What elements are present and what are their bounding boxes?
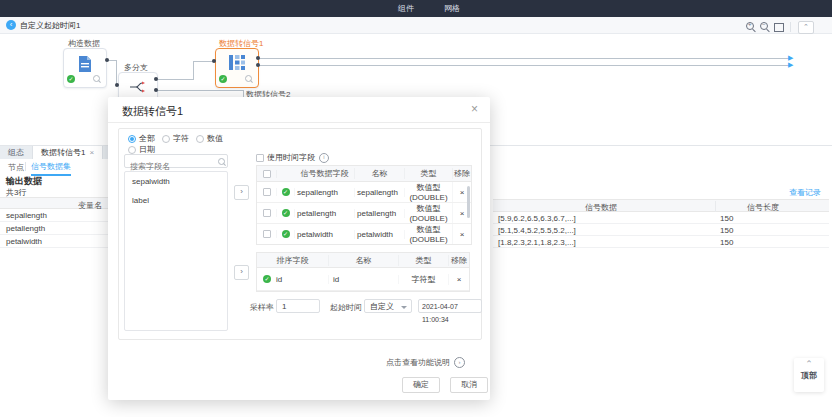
top-menu-item-1[interactable]: 组件 <box>398 3 414 14</box>
ok-button[interactable]: 确定 <box>402 377 440 393</box>
tab-data-to-signal-1[interactable]: 数据转信号1× <box>33 146 103 159</box>
node-input-port[interactable] <box>115 83 119 87</box>
node-data-to-signal[interactable]: ✓ <box>215 48 259 88</box>
radio-all[interactable]: 全部 <box>128 133 155 144</box>
start-time-mode-select[interactable]: 自定义 <box>364 299 412 313</box>
collapse-canvas-button[interactable]: ⌃ <box>798 21 814 34</box>
edge-arrow-icon: ▶ <box>788 61 793 68</box>
table-row[interactable]: ✓ petallength petallength 数值型(DOUBLE) × <box>257 203 471 224</box>
subtab-node[interactable]: 节点 <box>8 162 24 173</box>
column-header: 类型 <box>405 168 453 179</box>
radio-numeric[interactable]: 数值 <box>196 133 223 144</box>
valid-icon: ✓ <box>282 209 290 217</box>
remove-icon[interactable]: × <box>453 230 471 239</box>
row-checkbox[interactable] <box>263 188 271 196</box>
cell-value: id <box>329 275 399 284</box>
transfer-right-button[interactable]: › <box>234 185 249 200</box>
column-header: 信号数据字段 <box>295 168 355 179</box>
cell-value: 字符型 <box>399 274 449 285</box>
valid-icon: ✓ <box>263 275 271 283</box>
view-records-link[interactable]: 查看记录 <box>789 187 821 198</box>
table-row[interactable]: [5.9,6.2,6.5,6.3,6.7,...] 150 <box>493 212 829 224</box>
cell-value: [5.1,5.4,5.2,5.5,5.2,...] <box>498 226 576 235</box>
node-output-port[interactable] <box>154 77 158 81</box>
signal-field-table: 信号数据字段 名称 类型 移除 ✓ sepallength sepallengt… <box>256 165 472 245</box>
edge-arrow-icon: ▶ <box>788 54 793 61</box>
remove-icon[interactable]: × <box>449 275 469 284</box>
cell-value: 数值型(DOUBLE) <box>405 203 453 223</box>
radio-string[interactable]: 字符 <box>162 133 189 144</box>
zoom-in-icon[interactable]: + <box>746 22 756 32</box>
radio-label: 数值 <box>207 133 223 144</box>
node-output-port[interactable] <box>154 88 158 92</box>
top-menu: 组件 网格 <box>398 0 460 17</box>
field-list: sepalwidth label <box>124 171 228 331</box>
node-output-port[interactable] <box>256 63 260 67</box>
node-construct-data[interactable]: ✓ <box>63 48 107 88</box>
node-output-port[interactable] <box>256 56 260 60</box>
cell-value: [1.8,2.3,2.1,1.8,2.3,...] <box>498 238 576 247</box>
node-output-port[interactable] <box>105 58 109 62</box>
close-tab-icon[interactable]: × <box>89 148 94 157</box>
cell-value: 150 <box>720 226 733 235</box>
cell-value: sepallength <box>295 188 355 197</box>
table-row[interactable]: ✓ petalwidth petalwidth 数值型(DOUBLE) × <box>257 224 471 245</box>
column-header: 排序字段 <box>257 255 329 266</box>
edge-line <box>193 61 194 80</box>
column-header: 名称 <box>329 255 399 266</box>
start-time-input[interactable]: 2021-04-07 11:00:34 <box>418 299 482 313</box>
fit-view-icon[interactable] <box>774 22 784 32</box>
zoom-out-icon[interactable]: − <box>760 22 770 32</box>
edge-line <box>156 79 194 80</box>
info-icon[interactable]: i <box>319 153 329 163</box>
node-preview-icon[interactable] <box>245 75 254 84</box>
table-row[interactable]: ✓ id id 字符型 × <box>257 268 469 291</box>
use-time-field-checkbox[interactable]: 使用时间字段 i <box>256 152 329 163</box>
top-menu-item-2[interactable]: 网格 <box>444 3 460 14</box>
table-row[interactable]: [1.8,2.3,2.1,1.8,2.3,...] 150 <box>493 236 829 248</box>
chevron-up-icon: ⌃ <box>794 358 824 370</box>
help-link[interactable]: 点击查看功能说明 › <box>386 357 465 368</box>
field-search[interactable] <box>124 154 228 168</box>
edge-line <box>156 90 244 91</box>
cell-value: sepallength <box>6 211 47 220</box>
transfer-right-button-2[interactable]: › <box>234 265 249 280</box>
cell-value: petalwidth <box>6 237 42 246</box>
scrollbar[interactable] <box>467 186 470 218</box>
node-input-port[interactable] <box>212 59 216 63</box>
row-checkbox[interactable] <box>263 230 271 238</box>
toolbar-divider <box>790 22 791 32</box>
cell-value: petallength <box>295 209 355 218</box>
node-success-icon: ✓ <box>219 75 227 83</box>
column-header: 移除 <box>449 255 469 266</box>
cell-value: sepallength <box>355 188 405 197</box>
list-item[interactable]: sepalwidth <box>125 172 227 191</box>
node-success-icon: ✓ <box>67 75 75 83</box>
back-to-top-button[interactable]: ⌃ 顶部 <box>794 358 824 392</box>
tab-overview[interactable]: 组态 <box>0 146 33 159</box>
cell-value: 数值型(DOUBLE) <box>405 224 453 244</box>
top-bar: 组件 网格 <box>0 0 832 17</box>
sample-rate-input[interactable]: 1 <box>276 299 320 313</box>
table-row[interactable]: ✓ sepallength sepallength 数值型(DOUBLE) × <box>257 182 471 203</box>
list-item[interactable]: label <box>125 191 227 210</box>
right-table-header: 信号数据 信号长度 <box>493 199 829 212</box>
subtab-signal-dataset[interactable]: 信号数据集 <box>31 161 71 176</box>
dialog-divider <box>108 122 490 123</box>
node-preview-icon[interactable] <box>93 75 102 84</box>
back-icon[interactable]: ‹ <box>6 20 16 30</box>
help-link-label: 点击查看功能说明 <box>386 357 450 368</box>
column-header: 名称 <box>355 168 405 179</box>
table-row[interactable]: [5.1,5.4,5.2,5.5,5.2,...] 150 <box>493 224 829 236</box>
selected-option: 自定义 <box>370 302 394 311</box>
edge-line <box>259 58 789 59</box>
radio-label: 字符 <box>173 133 189 144</box>
row-checkbox[interactable] <box>263 209 271 217</box>
cell-value: 数值型(DOUBLE) <box>405 182 453 202</box>
search-icon <box>218 158 227 167</box>
cell-value: petalwidth <box>355 230 405 239</box>
cancel-button[interactable]: 取消 <box>450 377 488 393</box>
file-icon <box>77 55 93 73</box>
select-all-checkbox[interactable] <box>263 170 271 178</box>
close-icon[interactable]: × <box>471 102 478 116</box>
